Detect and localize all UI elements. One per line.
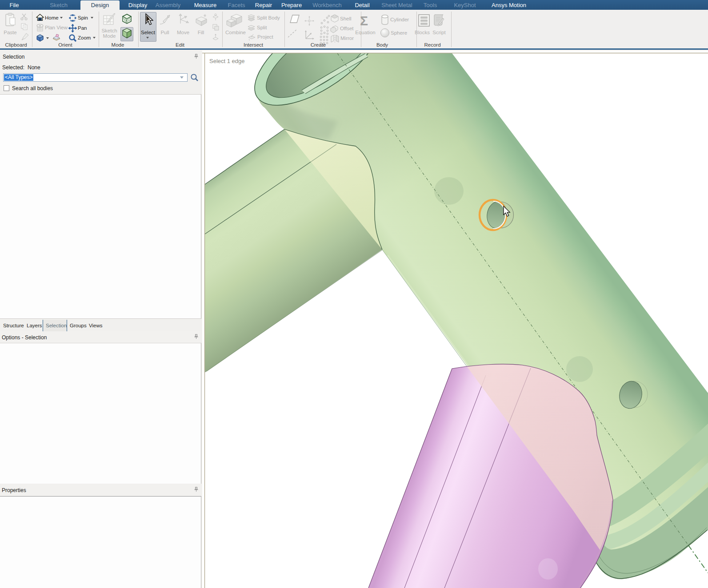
svg-text:Select 1 edge: Select 1 edge xyxy=(209,58,245,64)
